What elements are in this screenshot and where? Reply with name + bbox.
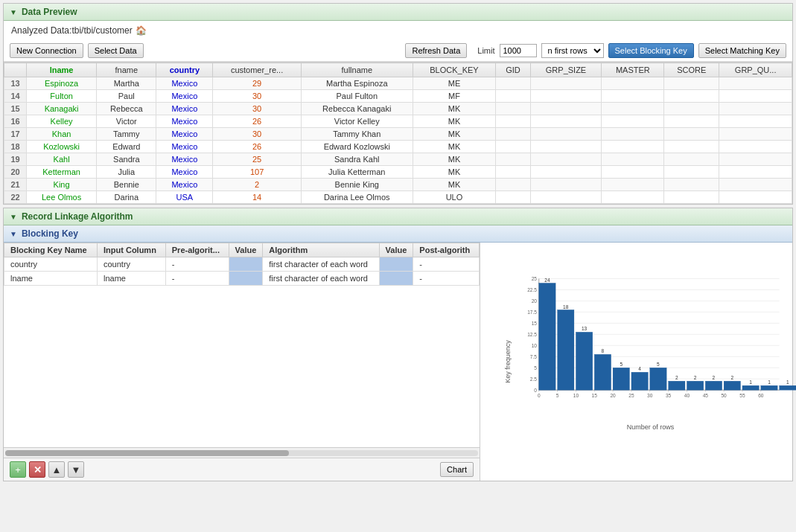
cell-fullname: Julia Ketterman	[301, 166, 413, 179]
select-data-button[interactable]: Select Data	[88, 43, 144, 58]
move-down-button[interactable]: ▼	[68, 461, 84, 478]
svg-text:5: 5	[556, 393, 559, 398]
bk-cell-pre: -	[165, 272, 229, 286]
col-header-gid[interactable]: GID	[496, 63, 530, 77]
cell-grp-qu	[719, 141, 792, 153]
svg-text:50: 50	[721, 393, 727, 398]
col-header-country[interactable]: country	[156, 63, 213, 77]
col-header-score[interactable]: SCORE	[664, 63, 719, 77]
analyzed-data-label: Analyzed Data:tbi/tbi/customer	[11, 25, 133, 36]
cell-master	[602, 166, 664, 179]
cell-grp-size	[530, 77, 602, 90]
cell-block-key: MK	[413, 115, 496, 128]
bk-cell-value2	[379, 272, 413, 286]
col-header-grp-qu[interactable]: GRP_QU...	[719, 63, 792, 77]
cell-block-key: ULO	[413, 191, 496, 204]
cell-gid	[496, 166, 530, 179]
bk-cell-name: country	[4, 257, 98, 272]
blocking-key-triangle[interactable]: ▼	[10, 230, 17, 238]
cell-country: Mexico	[156, 166, 213, 179]
limit-input[interactable]	[500, 44, 537, 57]
cell-master	[602, 191, 664, 204]
col-header-master[interactable]: MASTER	[602, 63, 664, 77]
new-connection-button[interactable]: New Connection	[10, 43, 83, 58]
svg-text:20: 20	[532, 298, 538, 304]
home-icon[interactable]: 🏠	[136, 25, 147, 36]
cell-lname: Espinoza	[27, 77, 97, 90]
record-linkage-triangle[interactable]: ▼	[10, 213, 17, 221]
rows-select[interactable]: n first rows	[541, 43, 604, 58]
cell-customer-re: 107	[213, 166, 302, 179]
svg-text:15: 15	[532, 321, 538, 326]
row-num: 20	[4, 166, 27, 179]
col-header-num	[4, 63, 27, 77]
blocking-hscroll[interactable]	[4, 447, 480, 458]
cell-block-key: MK	[413, 166, 496, 179]
col-header-block-key[interactable]: BLOCK_KEY	[413, 63, 496, 77]
record-linkage-title: Record Linkage Algorithm	[22, 211, 133, 222]
cell-score	[664, 128, 719, 141]
cell-block-key: MK	[413, 179, 496, 191]
cell-grp-size	[530, 179, 602, 191]
bk-cell-value1	[229, 272, 263, 286]
bar-chart: 02.557.51012.51517.52022.525051015202530…	[515, 256, 786, 420]
cell-score	[664, 141, 719, 153]
svg-text:25: 25	[532, 276, 538, 281]
cell-grp-size	[530, 128, 602, 141]
cell-country: Mexico	[156, 115, 213, 128]
cell-customer-re: 29	[213, 77, 302, 90]
svg-text:5: 5	[534, 365, 537, 371]
col-header-fname[interactable]: fname	[97, 63, 156, 77]
cell-lname: Kahl	[27, 153, 97, 166]
row-num: 16	[4, 115, 27, 128]
row-num: 15	[4, 103, 27, 115]
refresh-data-button[interactable]: Refresh Data	[405, 43, 467, 58]
cell-score	[664, 166, 719, 179]
remove-row-button[interactable]: ✕	[29, 461, 45, 478]
blocking-table: Blocking Key Name Input Column Pre-algor…	[4, 243, 480, 286]
cell-fname: Edward	[97, 141, 156, 153]
svg-text:2: 2	[675, 375, 678, 380]
blocking-table-row: country country - first character of eac…	[4, 257, 480, 272]
cell-master	[602, 179, 664, 191]
cell-gid	[496, 115, 530, 128]
table-row: 14 Fulton Paul Mexico 30 Paul Fulton MF	[4, 90, 792, 103]
cell-customer-re: 26	[213, 141, 302, 153]
collapse-triangle[interactable]: ▼	[10, 8, 17, 16]
move-up-button[interactable]: ▲	[48, 461, 65, 478]
col-header-customer-re[interactable]: customer_re...	[213, 63, 302, 77]
select-blocking-key-button[interactable]: Select Blocking Key	[608, 43, 694, 58]
cell-score	[664, 103, 719, 115]
svg-text:1: 1	[749, 379, 752, 385]
cell-country: Mexico	[156, 153, 213, 166]
col-header-grp-size[interactable]: GRP_SIZE	[530, 63, 602, 77]
bk-cell-pre: -	[165, 257, 229, 272]
select-matching-key-button[interactable]: Select Matching Key	[698, 43, 786, 58]
svg-text:10: 10	[532, 343, 538, 348]
chart-button[interactable]: Chart	[440, 462, 474, 477]
hscroll-track	[5, 450, 478, 456]
cell-grp-qu	[719, 128, 792, 141]
cell-fname: Bennie	[97, 179, 156, 191]
cell-fullname: Edward Kozlowski	[301, 141, 413, 153]
cell-grp-size	[530, 166, 602, 179]
row-num: 14	[4, 90, 27, 103]
data-preview-section: ▼ Data Preview Analyzed Data:tbi/tbi/cus…	[3, 3, 793, 205]
cell-block-key: MK	[413, 128, 496, 141]
add-row-button[interactable]: +	[10, 461, 26, 478]
bk-col-value2: Value	[379, 243, 413, 257]
cell-country: USA	[156, 191, 213, 204]
table-row: 19 Kahl Sandra Mexico 25 Sandra Kahl MK	[4, 153, 792, 166]
cell-country: Mexico	[156, 103, 213, 115]
blocking-key-header: ▼ Blocking Key	[4, 225, 792, 243]
col-header-fullname[interactable]: fullname	[301, 63, 413, 77]
limit-label: Limit	[477, 46, 494, 55]
bk-cell-algo: first character of each word	[263, 272, 379, 286]
cell-score	[664, 90, 719, 103]
table-row: 13 Espinoza Martha Mexico 29 Martha Espi…	[4, 77, 792, 90]
cell-gid	[496, 179, 530, 191]
col-header-lname[interactable]: lname	[27, 63, 97, 77]
analyzed-data-bar: Analyzed Data:tbi/tbi/customer 🏠	[4, 21, 792, 40]
cell-lname: Fulton	[27, 90, 97, 103]
svg-text:12.5: 12.5	[527, 332, 537, 337]
